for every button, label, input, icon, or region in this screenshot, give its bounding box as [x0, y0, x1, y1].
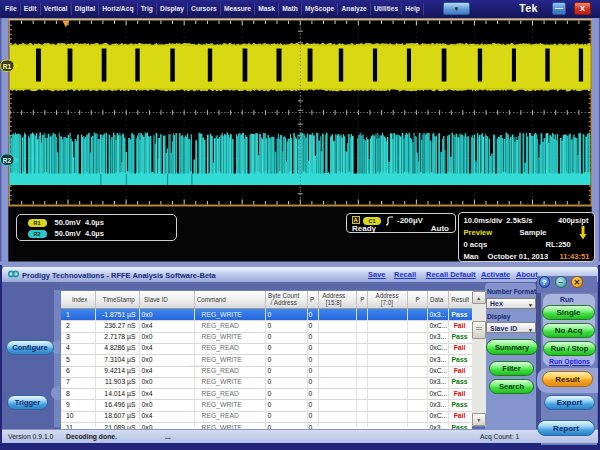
svg-text:R1: R1: [3, 63, 12, 70]
svg-text:R2: R2: [3, 157, 12, 164]
